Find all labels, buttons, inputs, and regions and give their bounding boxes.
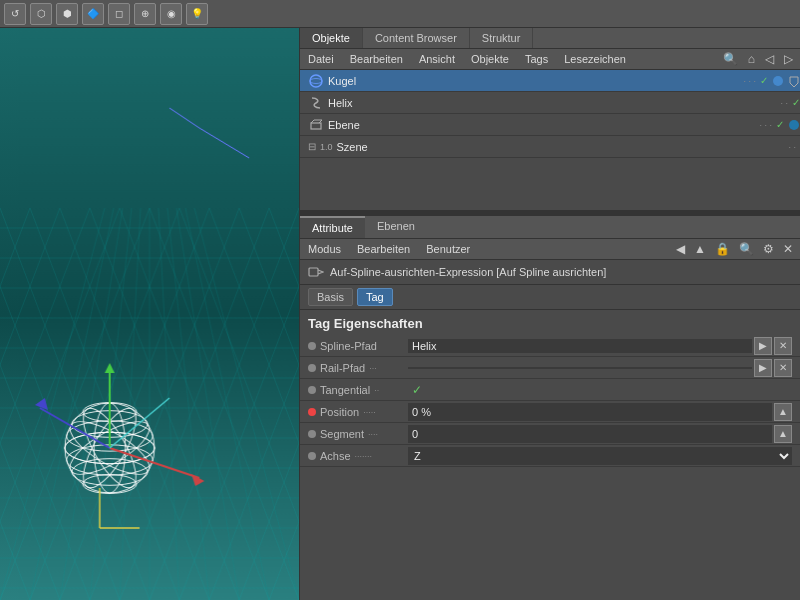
prop-dot-rail [308, 364, 316, 372]
attr-menu-benutzer[interactable]: Benutzer [422, 242, 474, 256]
tab-attribute[interactable]: Attribute [300, 216, 365, 238]
bottom-panel: Attribute Ebenen Modus Bearbeiten Benutz… [300, 216, 800, 600]
properties-panel: Tag Eigenschaften Spline-Pfad Helix ▶ ✕ [300, 310, 800, 600]
obj-dots-ebene: · · · [759, 120, 772, 130]
obj-row-ebene[interactable]: Ebene · · · ✓ [300, 114, 800, 136]
obj-tag-kugel [788, 75, 800, 87]
obj-name-szene: Szene [337, 141, 789, 153]
attr-tab-bar: Attribute Ebenen [300, 216, 800, 239]
prop-spinner-up-segment[interactable]: ▲ [774, 425, 792, 443]
tool-btn-5[interactable]: ◻ [108, 3, 130, 25]
attr-header: Auf-Spline-ausrichten-Expression [Auf Sp… [300, 260, 800, 285]
obj-icon-helix [308, 95, 324, 111]
attr-toolbar: Modus Bearbeiten Benutzer ◀ ▲ 🔒 🔍 ⚙ ✕ [300, 239, 800, 260]
menu-objekte[interactable]: Objekte [467, 52, 513, 66]
obj-check-helix: ✓ [792, 97, 800, 108]
attr-menu-bearbeiten[interactable]: Bearbeiten [353, 242, 414, 256]
search-icon[interactable]: 🔍 [720, 51, 741, 67]
prop-label-position: Position ····· [308, 406, 408, 418]
menu-bearbeiten[interactable]: Bearbeiten [346, 52, 407, 66]
prop-check-tangential[interactable]: ✓ [412, 383, 422, 397]
prop-row-position: Position ····· ▲ [300, 401, 800, 423]
prop-btn-spline-1[interactable]: ▶ [754, 337, 772, 355]
obj-dots-helix: · · [780, 98, 788, 108]
svg-point-0 [310, 75, 322, 87]
prop-dot-achse [308, 452, 316, 460]
home-icon[interactable]: ⌂ [745, 51, 758, 67]
attr-search-icon[interactable]: 🔍 [736, 241, 757, 257]
prop-btn-spline-2[interactable]: ✕ [774, 337, 792, 355]
sub-tab-tag[interactable]: Tag [357, 288, 393, 306]
svg-point-2 [773, 76, 783, 86]
obj-level-szene: 1.0 [320, 142, 333, 152]
obj-check-kugel: ✓ [760, 75, 768, 86]
tab-content-browser[interactable]: Content Browser [363, 28, 470, 48]
obj-row-szene[interactable]: ⊟ 1.0 Szene · · [300, 136, 800, 158]
objects-list: Kugel · · · ✓ Helix · · ✓ [300, 70, 800, 210]
prop-select-achse[interactable]: X Y Z [408, 447, 792, 465]
attr-lock-icon[interactable]: 🔒 [712, 241, 733, 257]
menu-datei[interactable]: Datei [304, 52, 338, 66]
tool-btn-6[interactable]: ⊕ [134, 3, 156, 25]
tab-objekte[interactable]: Objekte [300, 28, 363, 48]
tool-btn-7[interactable]: ◉ [160, 3, 182, 25]
obj-expand-szene: ⊟ [308, 141, 316, 152]
attr-settings-icon[interactable]: ⚙ [760, 241, 777, 257]
prop-dot-spline [308, 342, 316, 350]
svg-rect-4 [311, 123, 321, 129]
prop-input-position[interactable] [408, 403, 772, 421]
viewport: ⇕⇔ ↺ ⊞ [0, 28, 300, 600]
tool-btn-3[interactable]: ⬢ [56, 3, 78, 25]
obj-row-helix[interactable]: Helix · · ✓ [300, 92, 800, 114]
prop-row-achse: Achse ······· X Y Z [300, 445, 800, 467]
prop-row-spline-pfad: Spline-Pfad Helix ▶ ✕ [300, 335, 800, 357]
obj-check-ebene: ✓ [776, 119, 784, 130]
tab-struktur[interactable]: Struktur [470, 28, 534, 48]
tool-btn-8[interactable]: 💡 [186, 3, 208, 25]
attr-arrow-left-icon[interactable]: ◀ [673, 241, 688, 257]
tool-btn-1[interactable]: ↺ [4, 3, 26, 25]
sub-tab-basis[interactable]: Basis [308, 288, 353, 306]
obj-row-kugel[interactable]: Kugel · · · ✓ [300, 70, 800, 92]
tag-expression-icon [308, 264, 324, 280]
menu-right: 🔍 ⌂ ◁ ▷ [720, 51, 796, 67]
prop-label-tangential: Tangential ·· [308, 384, 408, 396]
prop-label-achse: Achse ······· [308, 450, 408, 462]
prop-row-tangential: Tangential ·· ✓ [300, 379, 800, 401]
prop-dot-tangential [308, 386, 316, 394]
prop-value-spline: Helix [408, 339, 752, 353]
obj-name-helix: Helix [328, 97, 780, 109]
prop-btn-rail-1[interactable]: ▶ [754, 359, 772, 377]
menu-lesezeichen[interactable]: Lesezeichen [560, 52, 630, 66]
nav-fwd-icon[interactable]: ▷ [781, 51, 796, 67]
prop-input-segment[interactable] [408, 425, 772, 443]
nav-back-icon[interactable]: ◁ [762, 51, 777, 67]
top-toolbar: ↺ ⬡ ⬢ 🔷 ◻ ⊕ ◉ 💡 [0, 0, 800, 28]
attr-arrow-up-icon[interactable]: ▲ [691, 241, 709, 257]
obj-sphere-ebene [788, 119, 800, 131]
prop-dot-position [308, 408, 316, 416]
sub-tab-bar: Basis Tag [300, 285, 800, 310]
menu-tags[interactable]: Tags [521, 52, 552, 66]
svg-point-1 [310, 78, 322, 83]
prop-dot-segment [308, 430, 316, 438]
tool-btn-4[interactable]: 🔷 [82, 3, 104, 25]
menu-ansicht[interactable]: Ansicht [415, 52, 459, 66]
obj-dots-szene: · · [788, 142, 796, 152]
prop-label-spline-pfad: Spline-Pfad [308, 340, 408, 352]
prop-label-segment: Segment ···· [308, 428, 408, 440]
viewport-canvas [0, 28, 299, 600]
prop-row-rail-pfad: Rail-Pfad ··· ▶ ✕ [300, 357, 800, 379]
tool-btn-2[interactable]: ⬡ [30, 3, 52, 25]
prop-btn-rail-2[interactable]: ✕ [774, 359, 792, 377]
attr-menu-modus[interactable]: Modus [304, 242, 345, 256]
tab-bar-top: Objekte Content Browser Struktur [300, 28, 800, 49]
obj-icon-ebene [308, 117, 324, 133]
attr-close-icon[interactable]: ✕ [780, 241, 796, 257]
svg-marker-3 [790, 77, 798, 87]
tab-ebenen[interactable]: Ebenen [365, 216, 427, 238]
obj-icon-kugel [308, 73, 324, 89]
obj-dots-kugel: · · · [743, 76, 756, 86]
prop-value-rail [408, 367, 752, 369]
prop-spinner-up-position[interactable]: ▲ [774, 403, 792, 421]
